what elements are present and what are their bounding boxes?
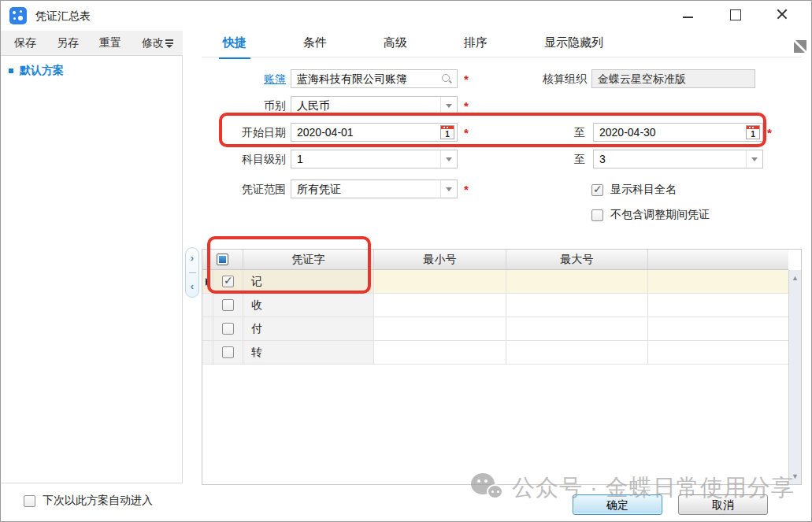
toolbar-item-1[interactable]: 另存: [57, 36, 79, 50]
range-label: 凭证范围: [202, 180, 286, 198]
cell-3-4[interactable]: [506, 341, 648, 364]
org-field: 金蝶云星空标准版: [591, 69, 755, 88]
app-logo-icon: [9, 7, 27, 24]
level-value: 1: [297, 153, 303, 165]
cell-0-5[interactable]: [648, 270, 788, 293]
calendar-icon[interactable]: 1: [746, 125, 760, 139]
exclude-adjust-checkbox[interactable]: [591, 209, 603, 221]
close-icon[interactable]: [770, 6, 794, 26]
cell-1-5[interactable]: [648, 294, 788, 317]
toolbar-item-0[interactable]: 保存: [14, 36, 36, 50]
start-date-input[interactable]: 2020-04-01 1: [291, 123, 458, 142]
sidebar-item-default-scheme[interactable]: 默认方案: [9, 64, 64, 78]
cell-2-2[interactable]: 付: [243, 317, 374, 340]
cell-3-3[interactable]: [374, 341, 506, 364]
cell-3-2[interactable]: 转: [243, 341, 374, 364]
cell-2-3[interactable]: [374, 317, 506, 340]
column-header-0[interactable]: 凭证字: [243, 250, 374, 269]
vertical-scrollbar[interactable]: ▲ ▼: [788, 270, 801, 484]
cell-0-2[interactable]: 记: [243, 270, 374, 293]
ledger-value: 蓝海科技有限公司账簿: [297, 72, 407, 85]
column-header-3[interactable]: [648, 250, 788, 269]
column-header-1[interactable]: 最小号: [374, 250, 506, 269]
cell-3-5[interactable]: [648, 341, 788, 364]
toolbar-item-2[interactable]: 重置: [99, 36, 121, 50]
level-label: 科目级别: [202, 150, 286, 168]
toolbar-item-3[interactable]: 修改: [142, 36, 164, 50]
scheme-bullet-icon: [9, 68, 13, 73]
search-icon[interactable]: [441, 73, 452, 84]
scheme-toolbar: 保存另存重置修改: [1, 31, 183, 55]
tab-4[interactable]: 显示隐藏列: [540, 35, 607, 59]
table-row-转[interactable]: 转: [202, 341, 788, 365]
auto-enter-checkbox[interactable]: [24, 495, 35, 507]
minimize-icon[interactable]: [676, 6, 699, 26]
cell-1-2[interactable]: 收: [243, 294, 374, 317]
show-fullname-option[interactable]: 显示科目全名: [591, 183, 677, 197]
start-date-required-asterisk: *: [464, 126, 469, 139]
select-all-checkbox[interactable]: [217, 254, 228, 265]
tab-1[interactable]: 条件: [299, 35, 331, 59]
chevron-down-icon[interactable]: [440, 97, 457, 114]
start-date-label: 开始日期: [202, 123, 286, 142]
cell-2-0[interactable]: [202, 317, 213, 340]
cell-1-0[interactable]: [202, 294, 213, 317]
end-date-required-asterisk: *: [767, 126, 772, 139]
toolbar-overflow-icon[interactable]: [164, 38, 175, 49]
tab-2[interactable]: 高级: [380, 35, 411, 59]
cell-0-3[interactable]: [374, 270, 506, 293]
current-row-icon: [206, 278, 210, 286]
row-checkbox[interactable]: [222, 346, 234, 358]
chevron-down-icon[interactable]: [440, 150, 457, 168]
exclude-adjust-label: 不包含调整期间凭证: [610, 208, 710, 222]
cell-1-3[interactable]: [374, 294, 506, 317]
cell-1-4[interactable]: [506, 294, 648, 317]
cell-2-4[interactable]: [506, 317, 648, 340]
cancel-button[interactable]: 取消: [678, 494, 768, 515]
level-to-select[interactable]: 3: [593, 150, 763, 168]
cell-2-5[interactable]: [648, 317, 788, 340]
grid-header: 凭证字最小号最大号: [202, 250, 788, 270]
level-select[interactable]: 1: [291, 150, 458, 168]
auto-enter-option[interactable]: 下次以此方案自动进入: [24, 494, 153, 508]
ledger-label-link[interactable]: 账簿: [202, 69, 286, 88]
calendar-icon[interactable]: 1: [440, 125, 454, 139]
table-row-收[interactable]: 收: [202, 294, 788, 317]
end-date-input[interactable]: 2020-04-30 1: [593, 123, 763, 142]
start-date-value: 2020-04-01: [297, 126, 354, 139]
voucher-summary-dialog: 凭证汇总表 保存另存重置修改 默认方案 快捷条件高级排序显示隐藏列 账簿 蓝海科…: [0, 0, 812, 522]
cell-0-4[interactable]: [506, 270, 648, 293]
chevron-down-icon[interactable]: [746, 150, 762, 168]
tab-0[interactable]: 快捷: [219, 35, 250, 59]
cell-3-1: [213, 341, 243, 364]
show-fullname-checkbox[interactable]: [591, 184, 603, 196]
collapser-divider: [189, 272, 196, 273]
table-row-记[interactable]: 记: [202, 270, 788, 294]
titlebar: 凭证汇总表: [1, 1, 811, 31]
currency-select[interactable]: 人民币: [291, 96, 458, 115]
chevron-down-icon[interactable]: [440, 180, 457, 198]
tab-3[interactable]: 排序: [460, 35, 491, 59]
row-checkbox[interactable]: [222, 276, 234, 287]
row-checkbox[interactable]: [222, 323, 234, 335]
scroll-down-icon[interactable]: ▼: [789, 470, 801, 483]
auto-enter-label: 下次以此方案自动进入: [43, 494, 153, 508]
cell-0-0[interactable]: [202, 270, 213, 293]
maximize-icon[interactable]: [723, 6, 747, 26]
collapse-right-icon[interactable]: ›: [186, 250, 198, 267]
cell-3-0[interactable]: [202, 341, 213, 364]
range-select[interactable]: 所有凭证: [291, 180, 458, 198]
row-checkbox[interactable]: [222, 299, 234, 311]
exclude-adjust-option[interactable]: 不包含调整期间凭证: [591, 208, 710, 222]
date-to-label: 至: [569, 123, 585, 142]
currency-required-asterisk: *: [464, 99, 469, 113]
ok-button[interactable]: 确定: [573, 494, 662, 515]
ledger-required-asterisk: *: [464, 72, 469, 86]
table-row-付[interactable]: 付: [202, 317, 788, 341]
ledger-input[interactable]: 蓝海科技有限公司账簿: [291, 69, 458, 88]
column-header-2[interactable]: 最大号: [506, 250, 648, 269]
range-value: 所有凭证: [297, 183, 341, 195]
expand-dialog-icon[interactable]: [794, 40, 806, 53]
collapse-left-icon[interactable]: ‹: [186, 278, 198, 295]
scroll-up-icon[interactable]: ▲: [789, 272, 801, 284]
